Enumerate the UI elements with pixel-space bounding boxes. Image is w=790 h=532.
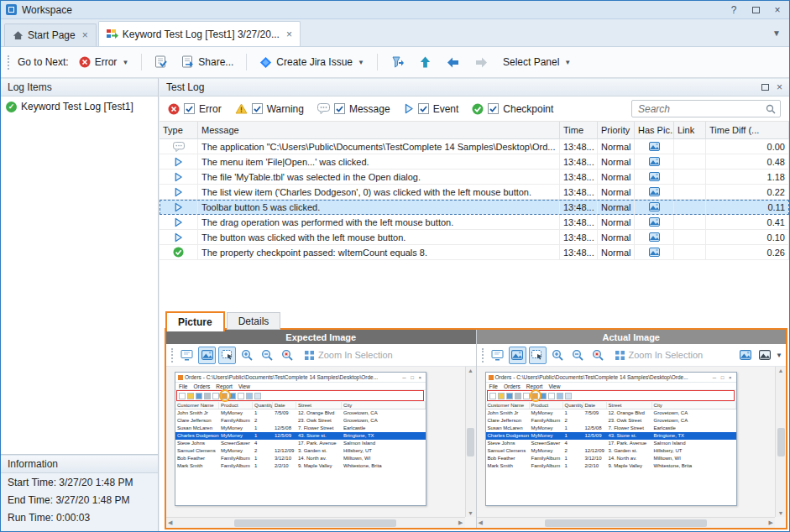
- tab-close-icon[interactable]: ×: [82, 29, 88, 41]
- log-row[interactable]: The list view item ('Charles Dodgeson', …: [160, 185, 789, 200]
- help-button[interactable]: ?: [727, 4, 740, 16]
- filter-message[interactable]: Message: [317, 103, 390, 115]
- vertical-scrollbar[interactable]: ▲▼: [465, 367, 476, 517]
- log-priority: Normal: [598, 170, 635, 184]
- message-icon: [173, 142, 185, 152]
- expected-image-view[interactable]: Orders - C:\Users\Public\Documents\TestC…: [166, 367, 476, 528]
- vertical-scrollbar[interactable]: ▲▼: [775, 367, 786, 517]
- log-row[interactable]: The button was clicked with the left mou…: [160, 230, 789, 245]
- tab-list-dropdown-icon[interactable]: ▼: [772, 29, 781, 38]
- column-header[interactable]: Message: [198, 122, 560, 138]
- panel-close-icon[interactable]: ×: [777, 81, 782, 93]
- picture-icon[interactable]: [649, 157, 660, 166]
- zoom-in-selection-button[interactable]: Zoom In Selection: [299, 347, 398, 364]
- event-checkbox[interactable]: [418, 103, 429, 114]
- mini-toolbar-icon: [196, 393, 202, 399]
- tab-close-icon[interactable]: ×: [286, 29, 292, 40]
- post-issue-button[interactable]: [386, 53, 409, 71]
- compare-images-button[interactable]: [756, 347, 773, 364]
- horizontal-scrollbar[interactable]: ◀▶: [477, 517, 776, 528]
- horizontal-scrollbar[interactable]: ◀▶: [166, 517, 465, 528]
- tab-keyword-test-log[interactable]: Keyword Test Log [Test1] 3/27/20... ×: [98, 21, 301, 46]
- picture-icon[interactable]: [649, 217, 660, 227]
- column-header[interactable]: Has Pic...: [635, 122, 674, 138]
- column-header[interactable]: Link: [674, 122, 706, 138]
- share-button[interactable]: Share...: [177, 53, 238, 71]
- picture-icon[interactable]: [649, 202, 660, 211]
- filter-label: Warning: [267, 103, 304, 115]
- pan-tool-button[interactable]: [198, 347, 216, 364]
- filter-error[interactable]: Error: [168, 103, 222, 115]
- event-icon: [174, 187, 183, 197]
- create-jira-issue-button[interactable]: Create Jira Issue ▼: [255, 54, 369, 71]
- arrow-left-icon: [446, 56, 460, 69]
- column-header[interactable]: Type: [160, 122, 198, 138]
- select-tool-button[interactable]: [529, 347, 547, 364]
- picture-icon[interactable]: [649, 142, 660, 151]
- zoom-in-button[interactable]: [238, 347, 256, 364]
- actual-image-view[interactable]: Orders - C:\Users\Public\Documents\TestC…: [477, 367, 787, 528]
- log-row[interactable]: The drag operation was performed with th…: [160, 215, 789, 230]
- column-header[interactable]: Time Diff (...: [706, 122, 789, 138]
- column-header[interactable]: Time: [560, 122, 598, 138]
- expected-image-header: Expected Image: [166, 330, 476, 344]
- zoom-in-button[interactable]: [549, 347, 567, 364]
- log-row[interactable]: The property checkpoint passed: wItemCou…: [160, 245, 789, 260]
- tab-picture[interactable]: Picture: [165, 311, 225, 331]
- chevron-down-icon[interactable]: ▼: [776, 352, 782, 359]
- log-message: The drag operation was performed with th…: [198, 215, 560, 229]
- zoom-in-selection-button[interactable]: Zoom In Selection: [610, 347, 709, 364]
- log-has-picture: [635, 154, 674, 169]
- mini-grid-row: John Smith JrMyMoney17/5/0912. Orange Bl…: [486, 409, 736, 417]
- tab-details[interactable]: Details: [227, 312, 281, 330]
- go-to-next-error-button[interactable]: Error ▼: [75, 54, 133, 70]
- mini-menubar: FileOrdersReportView: [175, 383, 426, 390]
- log-priority: Normal: [598, 154, 635, 169]
- test-log-panel: Test Log × Error: [160, 78, 789, 531]
- filter-event[interactable]: Event: [404, 103, 459, 115]
- search-input[interactable]: [636, 102, 766, 116]
- error-checkbox[interactable]: [184, 103, 195, 114]
- back-button[interactable]: [442, 54, 464, 71]
- copy-image-button[interactable]: [178, 347, 196, 364]
- select-panel-button[interactable]: Select Panel ▼: [499, 54, 575, 70]
- log-row[interactable]: The application "C:\Users\Public\Documen…: [160, 139, 789, 154]
- select-tool-button[interactable]: [218, 347, 236, 364]
- mini-grid-row: Bob FeatherFamilyAlbum13/12/1014. North …: [175, 455, 426, 462]
- panel-maximize-icon[interactable]: [761, 84, 769, 91]
- zoom-reset-button[interactable]: [279, 347, 296, 364]
- report-icon: [154, 55, 167, 69]
- log-row[interactable]: Toolbar button 5 was clicked.13:48...Nor…: [160, 200, 789, 215]
- picture-icon[interactable]: [649, 172, 660, 181]
- checkpoint-checkbox[interactable]: [488, 103, 499, 114]
- close-button[interactable]: ×: [771, 4, 784, 16]
- warning-checkbox[interactable]: [252, 103, 263, 114]
- filter-warning[interactable]: Warning: [235, 103, 304, 115]
- log-row[interactable]: The file 'MyTable.tbl' was selected in t…: [160, 170, 789, 185]
- log-row[interactable]: The menu item 'File|Open...' was clicked…: [160, 154, 789, 170]
- log-filter-toolbar: Error Warning Message: [160, 96, 789, 122]
- log-tree-item[interactable]: ✓ Keyword Test Log [Test1]: [1, 96, 158, 117]
- search-box[interactable]: [631, 100, 781, 117]
- view-expected-image-button[interactable]: [736, 347, 754, 364]
- pan-tool-button[interactable]: [509, 347, 526, 364]
- forward-button[interactable]: [470, 54, 493, 71]
- mini-toolbar-icon: [506, 393, 513, 399]
- mini-grid-row: Susan McLarenMyMoney112/5/087. Flower St…: [175, 425, 426, 432]
- column-header[interactable]: Priority: [598, 122, 635, 138]
- zoom-reset-button[interactable]: [589, 347, 607, 364]
- copy-image-button[interactable]: [489, 347, 506, 364]
- log-time-diff: 0.26: [706, 245, 789, 259]
- zoom-out-button[interactable]: [259, 347, 276, 364]
- filter-checkpoint[interactable]: Checkpoint: [472, 103, 553, 115]
- picture-icon[interactable]: [649, 248, 660, 257]
- maximize-button[interactable]: [749, 4, 762, 16]
- tab-start-page[interactable]: Start Page ×: [4, 23, 97, 46]
- message-checkbox[interactable]: [334, 103, 345, 114]
- upload-results-button[interactable]: [415, 53, 436, 72]
- mini-menu-item: Orders: [504, 383, 521, 389]
- zoom-out-button[interactable]: [569, 347, 587, 364]
- picture-icon[interactable]: [649, 232, 660, 242]
- picture-icon[interactable]: [649, 187, 660, 196]
- generate-report-button[interactable]: [150, 53, 171, 71]
